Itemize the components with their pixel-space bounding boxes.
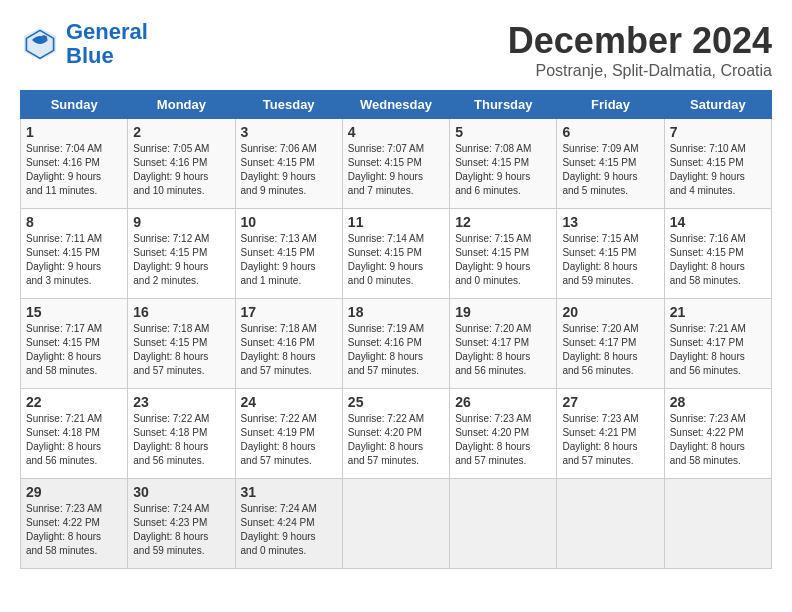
calendar-week-row: 22Sunrise: 7:21 AM Sunset: 4:18 PM Dayli…: [21, 389, 772, 479]
weekday-header-sunday: Sunday: [21, 91, 128, 119]
calendar-cell: 12Sunrise: 7:15 AM Sunset: 4:15 PM Dayli…: [450, 209, 557, 299]
calendar-cell: 13Sunrise: 7:15 AM Sunset: 4:15 PM Dayli…: [557, 209, 664, 299]
day-info: Sunrise: 7:21 AM Sunset: 4:18 PM Dayligh…: [26, 412, 122, 468]
subtitle: Postranje, Split-Dalmatia, Croatia: [508, 62, 772, 80]
day-number: 21: [670, 304, 766, 320]
day-number: 22: [26, 394, 122, 410]
calendar-cell: 22Sunrise: 7:21 AM Sunset: 4:18 PM Dayli…: [21, 389, 128, 479]
logo-line1: General: [66, 19, 148, 44]
day-number: 16: [133, 304, 229, 320]
calendar-cell: 20Sunrise: 7:20 AM Sunset: 4:17 PM Dayli…: [557, 299, 664, 389]
day-info: Sunrise: 7:18 AM Sunset: 4:15 PM Dayligh…: [133, 322, 229, 378]
weekday-header-friday: Friday: [557, 91, 664, 119]
day-info: Sunrise: 7:06 AM Sunset: 4:15 PM Dayligh…: [241, 142, 337, 198]
calendar-cell: 26Sunrise: 7:23 AM Sunset: 4:20 PM Dayli…: [450, 389, 557, 479]
day-number: 2: [133, 124, 229, 140]
day-number: 13: [562, 214, 658, 230]
day-number: 1: [26, 124, 122, 140]
calendar-cell: 6Sunrise: 7:09 AM Sunset: 4:15 PM Daylig…: [557, 119, 664, 209]
calendar-cell: 24Sunrise: 7:22 AM Sunset: 4:19 PM Dayli…: [235, 389, 342, 479]
day-info: Sunrise: 7:05 AM Sunset: 4:16 PM Dayligh…: [133, 142, 229, 198]
day-info: Sunrise: 7:19 AM Sunset: 4:16 PM Dayligh…: [348, 322, 444, 378]
day-number: 7: [670, 124, 766, 140]
calendar-cell: 17Sunrise: 7:18 AM Sunset: 4:16 PM Dayli…: [235, 299, 342, 389]
day-info: Sunrise: 7:20 AM Sunset: 4:17 PM Dayligh…: [455, 322, 551, 378]
day-number: 11: [348, 214, 444, 230]
day-info: Sunrise: 7:22 AM Sunset: 4:18 PM Dayligh…: [133, 412, 229, 468]
calendar-cell: [664, 479, 771, 569]
calendar-cell: 25Sunrise: 7:22 AM Sunset: 4:20 PM Dayli…: [342, 389, 449, 479]
day-number: 27: [562, 394, 658, 410]
calendar-cell: [450, 479, 557, 569]
day-info: Sunrise: 7:23 AM Sunset: 4:20 PM Dayligh…: [455, 412, 551, 468]
day-number: 17: [241, 304, 337, 320]
weekday-header-wednesday: Wednesday: [342, 91, 449, 119]
calendar-cell: 1Sunrise: 7:04 AM Sunset: 4:16 PM Daylig…: [21, 119, 128, 209]
calendar-cell: [342, 479, 449, 569]
logo: General Blue: [20, 20, 148, 68]
calendar-cell: 18Sunrise: 7:19 AM Sunset: 4:16 PM Dayli…: [342, 299, 449, 389]
logo-line2: Blue: [66, 43, 114, 68]
day-number: 10: [241, 214, 337, 230]
day-number: 23: [133, 394, 229, 410]
weekday-header-row: SundayMondayTuesdayWednesdayThursdayFrid…: [21, 91, 772, 119]
day-number: 14: [670, 214, 766, 230]
day-info: Sunrise: 7:15 AM Sunset: 4:15 PM Dayligh…: [562, 232, 658, 288]
day-number: 31: [241, 484, 337, 500]
day-number: 5: [455, 124, 551, 140]
calendar-cell: 14Sunrise: 7:16 AM Sunset: 4:15 PM Dayli…: [664, 209, 771, 299]
calendar-cell: 31Sunrise: 7:24 AM Sunset: 4:24 PM Dayli…: [235, 479, 342, 569]
calendar-cell: 30Sunrise: 7:24 AM Sunset: 4:23 PM Dayli…: [128, 479, 235, 569]
day-info: Sunrise: 7:08 AM Sunset: 4:15 PM Dayligh…: [455, 142, 551, 198]
day-number: 28: [670, 394, 766, 410]
calendar-week-row: 29Sunrise: 7:23 AM Sunset: 4:22 PM Dayli…: [21, 479, 772, 569]
day-number: 8: [26, 214, 122, 230]
calendar-cell: 10Sunrise: 7:13 AM Sunset: 4:15 PM Dayli…: [235, 209, 342, 299]
day-info: Sunrise: 7:24 AM Sunset: 4:24 PM Dayligh…: [241, 502, 337, 558]
day-number: 3: [241, 124, 337, 140]
svg-point-2: [41, 35, 47, 41]
day-number: 9: [133, 214, 229, 230]
calendar-cell: [557, 479, 664, 569]
weekday-header-monday: Monday: [128, 91, 235, 119]
day-info: Sunrise: 7:23 AM Sunset: 4:22 PM Dayligh…: [26, 502, 122, 558]
day-info: Sunrise: 7:16 AM Sunset: 4:15 PM Dayligh…: [670, 232, 766, 288]
calendar-cell: 28Sunrise: 7:23 AM Sunset: 4:22 PM Dayli…: [664, 389, 771, 479]
calendar-cell: 29Sunrise: 7:23 AM Sunset: 4:22 PM Dayli…: [21, 479, 128, 569]
calendar-cell: 19Sunrise: 7:20 AM Sunset: 4:17 PM Dayli…: [450, 299, 557, 389]
day-info: Sunrise: 7:12 AM Sunset: 4:15 PM Dayligh…: [133, 232, 229, 288]
day-info: Sunrise: 7:13 AM Sunset: 4:15 PM Dayligh…: [241, 232, 337, 288]
weekday-header-thursday: Thursday: [450, 91, 557, 119]
day-info: Sunrise: 7:23 AM Sunset: 4:22 PM Dayligh…: [670, 412, 766, 468]
calendar-cell: 11Sunrise: 7:14 AM Sunset: 4:15 PM Dayli…: [342, 209, 449, 299]
day-number: 4: [348, 124, 444, 140]
calendar-cell: 23Sunrise: 7:22 AM Sunset: 4:18 PM Dayli…: [128, 389, 235, 479]
title-block: December 2024 Postranje, Split-Dalmatia,…: [508, 20, 772, 80]
day-number: 24: [241, 394, 337, 410]
calendar-week-row: 8Sunrise: 7:11 AM Sunset: 4:15 PM Daylig…: [21, 209, 772, 299]
weekday-header-saturday: Saturday: [664, 91, 771, 119]
calendar-week-row: 15Sunrise: 7:17 AM Sunset: 4:15 PM Dayli…: [21, 299, 772, 389]
day-info: Sunrise: 7:15 AM Sunset: 4:15 PM Dayligh…: [455, 232, 551, 288]
day-number: 12: [455, 214, 551, 230]
day-info: Sunrise: 7:22 AM Sunset: 4:20 PM Dayligh…: [348, 412, 444, 468]
day-number: 6: [562, 124, 658, 140]
calendar-cell: 21Sunrise: 7:21 AM Sunset: 4:17 PM Dayli…: [664, 299, 771, 389]
day-info: Sunrise: 7:07 AM Sunset: 4:15 PM Dayligh…: [348, 142, 444, 198]
day-info: Sunrise: 7:09 AM Sunset: 4:15 PM Dayligh…: [562, 142, 658, 198]
day-info: Sunrise: 7:18 AM Sunset: 4:16 PM Dayligh…: [241, 322, 337, 378]
day-info: Sunrise: 7:20 AM Sunset: 4:17 PM Dayligh…: [562, 322, 658, 378]
header: General Blue December 2024 Postranje, Sp…: [20, 20, 772, 80]
calendar-week-row: 1Sunrise: 7:04 AM Sunset: 4:16 PM Daylig…: [21, 119, 772, 209]
calendar-cell: 9Sunrise: 7:12 AM Sunset: 4:15 PM Daylig…: [128, 209, 235, 299]
main-title: December 2024: [508, 20, 772, 62]
calendar-cell: 7Sunrise: 7:10 AM Sunset: 4:15 PM Daylig…: [664, 119, 771, 209]
day-number: 30: [133, 484, 229, 500]
calendar-cell: 27Sunrise: 7:23 AM Sunset: 4:21 PM Dayli…: [557, 389, 664, 479]
weekday-header-tuesday: Tuesday: [235, 91, 342, 119]
calendar-cell: 5Sunrise: 7:08 AM Sunset: 4:15 PM Daylig…: [450, 119, 557, 209]
day-number: 19: [455, 304, 551, 320]
logo-icon: [20, 24, 60, 64]
calendar-cell: 2Sunrise: 7:05 AM Sunset: 4:16 PM Daylig…: [128, 119, 235, 209]
calendar-cell: 8Sunrise: 7:11 AM Sunset: 4:15 PM Daylig…: [21, 209, 128, 299]
